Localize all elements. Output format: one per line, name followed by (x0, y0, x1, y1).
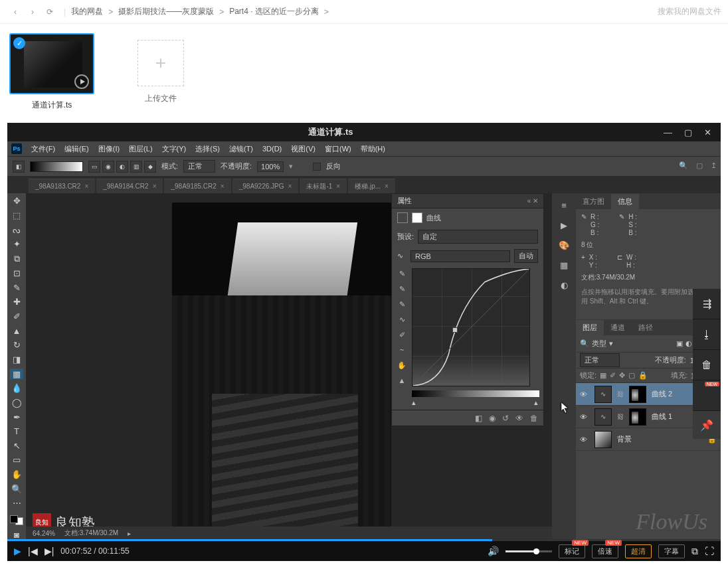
view-prev-icon[interactable]: ◉ (489, 414, 496, 423)
delete-icon[interactable]: 🗑 (530, 414, 538, 423)
prev-button[interactable]: |◀ (28, 546, 38, 556)
layers-tab[interactable]: 图层 (576, 320, 604, 335)
search-icon[interactable]: 🔍 (679, 161, 688, 170)
speed-button[interactable]: 倍速NEW (592, 544, 618, 558)
crumb-1[interactable]: 摄影后期技法——灰度蒙版 (118, 6, 214, 17)
reverse-checkbox[interactable] (313, 163, 321, 171)
play-icon[interactable] (74, 74, 89, 89)
menu-window[interactable]: 窗口(W) (321, 143, 355, 155)
layer-blend-select[interactable]: 正常 (580, 353, 620, 367)
filter-adj-icon[interactable]: ◐ (685, 339, 692, 348)
tool-preset-icon[interactable]: ◧ (13, 161, 25, 173)
link-icon[interactable]: ⛓ (617, 413, 624, 420)
pencil-mode-icon[interactable]: ✐ (397, 329, 407, 340)
shape-tool-icon[interactable]: ▭ (10, 455, 23, 465)
search-input[interactable]: 搜索我的网盘文件 (658, 6, 721, 17)
quickmask-icon[interactable]: ◙ (10, 529, 23, 540)
grad-diamond-icon[interactable]: ◆ (144, 161, 156, 173)
minimize-button[interactable]: — (664, 127, 672, 137)
clip-icon[interactable]: ◧ (475, 414, 482, 423)
gradient-tool-icon[interactable]: ▦ (10, 368, 23, 379)
menu-filter[interactable]: 滤镜(T) (225, 143, 257, 155)
nav-forward-icon[interactable]: › (25, 5, 40, 19)
move-tool-icon[interactable]: ✥ (10, 196, 23, 206)
auto-button[interactable]: 自动 (514, 249, 538, 263)
wand-tool-icon[interactable]: ✦ (10, 239, 23, 250)
crop-tool-icon[interactable]: ⧉ (10, 254, 23, 264)
download-button[interactable]: ⭳ (693, 319, 721, 350)
workspace-icon[interactable]: ▢ (696, 161, 703, 170)
panel-menu-icon[interactable]: « ✕ (527, 197, 538, 204)
gradient-preview[interactable] (30, 161, 83, 172)
properties-tab[interactable]: 属性 (397, 196, 412, 206)
channel-select[interactable]: RGB (410, 250, 510, 262)
layer-mask-thumb[interactable] (629, 386, 646, 403)
doc-tab[interactable]: 楼梯.jp...× (348, 179, 395, 193)
opacity-input[interactable]: 100% (257, 161, 284, 172)
histogram-tab[interactable]: 直方图 (576, 194, 611, 209)
volume-slider[interactable] (505, 550, 552, 552)
plus-icon[interactable]: + (137, 40, 184, 86)
menu-image[interactable]: 图像(I) (94, 143, 124, 155)
pip-button[interactable]: ⧉ (691, 546, 698, 557)
visibility-icon[interactable]: 👁 (580, 436, 589, 444)
smooth-icon[interactable]: ~ (397, 345, 407, 355)
preset-select[interactable]: 自定 (418, 230, 538, 244)
menu-type[interactable]: 文字(Y) (158, 143, 191, 155)
nav-back-icon[interactable]: ‹ (8, 5, 23, 19)
layer-mask-thumb[interactable] (629, 408, 646, 426)
quality-button[interactable]: 超清 (625, 544, 652, 558)
zoom-level[interactable]: 64.24% (33, 530, 55, 537)
menu-edit[interactable]: 编辑(E) (60, 143, 93, 155)
lasso-tool-icon[interactable]: ᔓ (10, 224, 23, 235)
brush-tool-icon[interactable]: ✐ (10, 311, 23, 322)
stamp-tool-icon[interactable]: ▲ (10, 325, 23, 336)
adjust-dock-icon[interactable]: ◐ (557, 278, 571, 291)
history-brush-icon[interactable]: ↻ (10, 340, 23, 351)
grad-reflect-icon[interactable]: ▥ (130, 161, 142, 173)
subtitle-button[interactable]: 字幕 (658, 544, 685, 558)
crumb-2[interactable]: Part4 · 选区的近一步分离 (229, 6, 319, 17)
grad-angle-icon[interactable]: ◐ (116, 161, 128, 173)
menu-select[interactable]: 选择(S) (191, 143, 224, 155)
link-icon[interactable]: ⛓ (617, 390, 624, 398)
lock-paint-icon[interactable]: ✐ (610, 371, 616, 380)
dodge-tool-icon[interactable]: ◯ (10, 398, 23, 408)
share-button[interactable]: ⇶ (693, 289, 721, 319)
new-feature-button[interactable]: NEW (693, 380, 721, 411)
sampler-icon[interactable]: ✎ (397, 268, 407, 279)
ps-canvas[interactable]: 良知 良知塾 64.24% 文档:3.74M/30.2M ▸ 属性 « ✕ (26, 193, 552, 540)
swatches-dock-icon[interactable]: 🎨 (557, 238, 571, 252)
lock-nest-icon[interactable]: ▢ (628, 371, 635, 380)
blur-tool-icon[interactable]: 💧 (10, 383, 23, 394)
menu-layer[interactable]: 图层(L) (125, 143, 156, 155)
clip-icon[interactable]: ▲ (397, 375, 407, 386)
grad-radial-icon[interactable]: ◉ (102, 161, 114, 173)
pen-tool-icon[interactable]: ✒ (10, 412, 23, 422)
doc-tab[interactable]: _98A9185.CR2× (164, 179, 230, 193)
fg-bg-colors[interactable] (10, 515, 23, 526)
bookmark-button[interactable]: 标记NEW (559, 544, 585, 558)
doc-tab[interactable]: 未标题-1× (300, 179, 347, 193)
heal-tool-icon[interactable]: ✚ (10, 297, 23, 307)
pin-button[interactable]: 📌 (693, 411, 721, 439)
styles-dock-icon[interactable]: ▦ (557, 258, 571, 272)
play-button[interactable]: ▶ (14, 546, 21, 556)
info-tab[interactable]: 信息 (611, 194, 639, 209)
frame-tool-icon[interactable]: ⊡ (10, 268, 23, 279)
menu-file[interactable]: 文件(F) (27, 143, 59, 155)
next-button[interactable]: ▶| (45, 546, 54, 556)
close-button[interactable]: ✕ (704, 127, 711, 137)
crumb-root[interactable]: 我的网盘 (71, 6, 103, 17)
fullscreen-button[interactable]: ⛶ (705, 546, 714, 556)
curve-mode-icon[interactable]: ∿ (397, 314, 407, 325)
menu-3d[interactable]: 3D(D) (258, 143, 286, 154)
doc-tab[interactable]: _98A9183.CR2× (29, 179, 95, 193)
paths-tab[interactable]: 路径 (632, 320, 660, 335)
menu-view[interactable]: 视图(V) (287, 143, 319, 155)
delete-button[interactable]: 🗑 (693, 350, 721, 380)
filter-pixel-icon[interactable]: ▣ (676, 339, 683, 348)
doc-tab[interactable]: _98A9184.CR2× (96, 179, 163, 193)
lock-all-icon[interactable]: 🔒 (638, 371, 648, 380)
curves-graph[interactable] (412, 268, 530, 386)
